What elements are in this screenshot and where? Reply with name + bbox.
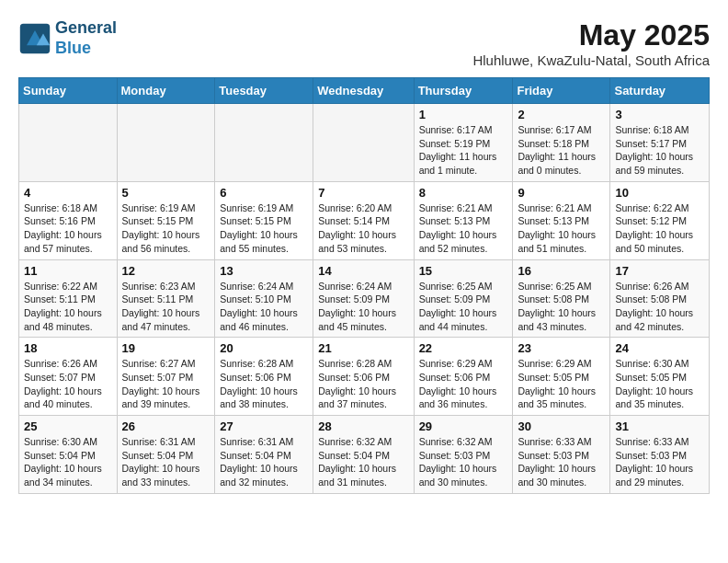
calendar-cell: 16Sunrise: 6:25 AM Sunset: 5:08 PM Dayli… [513, 259, 610, 338]
day-info: Sunrise: 6:27 AM Sunset: 5:07 PM Dayligh… [122, 357, 210, 411]
calendar-cell: 4Sunrise: 6:18 AM Sunset: 5:16 PM Daylig… [19, 181, 118, 259]
day-info: Sunrise: 6:24 AM Sunset: 5:10 PM Dayligh… [220, 280, 308, 334]
calendar-cell: 3Sunrise: 6:18 AM Sunset: 5:17 PM Daylig… [610, 104, 710, 182]
calendar-cell: 5Sunrise: 6:19 AM Sunset: 5:15 PM Daylig… [117, 181, 215, 259]
calendar-cell: 24Sunrise: 6:30 AM Sunset: 5:05 PM Dayli… [610, 338, 710, 416]
calendar-cell: 22Sunrise: 6:29 AM Sunset: 5:06 PM Dayli… [414, 338, 513, 416]
day-number: 9 [518, 186, 605, 200]
calendar-cell: 29Sunrise: 6:32 AM Sunset: 5:03 PM Dayli… [414, 416, 513, 494]
day-number: 12 [122, 264, 210, 278]
day-number: 14 [318, 264, 408, 278]
calendar-cell: 14Sunrise: 6:24 AM Sunset: 5:09 PM Dayli… [313, 259, 414, 338]
day-number: 30 [518, 419, 605, 433]
calendar-cell: 1Sunrise: 6:17 AM Sunset: 5:19 PM Daylig… [414, 104, 513, 182]
day-header-friday: Friday [513, 78, 610, 104]
calendar-week-5: 25Sunrise: 6:30 AM Sunset: 5:04 PM Dayli… [19, 416, 710, 494]
day-number: 29 [419, 419, 508, 433]
calendar-cell: 7Sunrise: 6:20 AM Sunset: 5:14 PM Daylig… [313, 181, 414, 259]
day-info: Sunrise: 6:19 AM Sunset: 5:15 PM Dayligh… [220, 201, 308, 256]
day-number: 8 [419, 186, 508, 200]
day-number: 4 [24, 186, 112, 200]
day-number: 27 [220, 419, 308, 433]
calendar-cell: 26Sunrise: 6:31 AM Sunset: 5:04 PM Dayli… [117, 416, 215, 494]
calendar-cell: 27Sunrise: 6:31 AM Sunset: 5:04 PM Dayli… [215, 416, 313, 494]
day-info: Sunrise: 6:26 AM Sunset: 5:08 PM Dayligh… [615, 280, 704, 334]
calendar-cell: 28Sunrise: 6:32 AM Sunset: 5:04 PM Dayli… [313, 416, 414, 494]
logo: General Blue [18, 18, 117, 58]
day-number: 18 [24, 341, 112, 355]
calendar-cell: 11Sunrise: 6:22 AM Sunset: 5:11 PM Dayli… [19, 259, 118, 338]
day-info: Sunrise: 6:33 AM Sunset: 5:03 PM Dayligh… [615, 435, 704, 489]
calendar-week-1: 1Sunrise: 6:17 AM Sunset: 5:19 PM Daylig… [19, 104, 710, 182]
calendar-cell: 21Sunrise: 6:28 AM Sunset: 5:06 PM Dayli… [313, 338, 414, 416]
calendar-week-3: 11Sunrise: 6:22 AM Sunset: 5:11 PM Dayli… [19, 259, 710, 338]
day-number: 25 [24, 419, 112, 433]
day-info: Sunrise: 6:29 AM Sunset: 5:06 PM Dayligh… [419, 357, 508, 411]
day-header-saturday: Saturday [610, 78, 710, 104]
day-number: 5 [122, 186, 210, 200]
day-number: 20 [220, 341, 308, 355]
day-info: Sunrise: 6:25 AM Sunset: 5:08 PM Dayligh… [518, 280, 605, 334]
day-number: 28 [318, 419, 408, 433]
calendar-cell: 10Sunrise: 6:22 AM Sunset: 5:12 PM Dayli… [610, 181, 710, 259]
day-number: 22 [419, 341, 508, 355]
day-number: 21 [318, 341, 408, 355]
day-number: 1 [419, 108, 508, 121]
day-number: 19 [122, 341, 210, 355]
calendar-header-row: SundayMondayTuesdayWednesdayThursdayFrid… [19, 78, 710, 104]
day-header-tuesday: Tuesday [215, 78, 313, 104]
calendar-cell: 15Sunrise: 6:25 AM Sunset: 5:09 PM Dayli… [414, 259, 513, 338]
calendar-cell: 2Sunrise: 6:17 AM Sunset: 5:18 PM Daylig… [513, 104, 610, 182]
day-header-monday: Monday [117, 78, 215, 104]
day-number: 16 [518, 264, 605, 278]
day-header-thursday: Thursday [414, 78, 513, 104]
day-number: 11 [24, 264, 112, 278]
calendar-cell: 9Sunrise: 6:21 AM Sunset: 5:13 PM Daylig… [513, 181, 610, 259]
day-number: 15 [419, 264, 508, 278]
day-info: Sunrise: 6:29 AM Sunset: 5:05 PM Dayligh… [518, 357, 605, 411]
calendar-cell [19, 104, 118, 182]
title-block: May 2025 Hluhluwe, KwaZulu-Natal, South … [472, 18, 710, 68]
day-number: 6 [220, 186, 308, 200]
day-info: Sunrise: 6:31 AM Sunset: 5:04 PM Dayligh… [220, 435, 308, 489]
location: Hluhluwe, KwaZulu-Natal, South Africa [472, 52, 710, 68]
day-info: Sunrise: 6:21 AM Sunset: 5:13 PM Dayligh… [419, 201, 508, 256]
calendar-cell: 8Sunrise: 6:21 AM Sunset: 5:13 PM Daylig… [414, 181, 513, 259]
day-info: Sunrise: 6:17 AM Sunset: 5:18 PM Dayligh… [518, 123, 605, 178]
calendar-cell: 30Sunrise: 6:33 AM Sunset: 5:03 PM Dayli… [513, 416, 610, 494]
calendar-cell: 12Sunrise: 6:23 AM Sunset: 5:11 PM Dayli… [117, 259, 215, 338]
calendar-cell: 31Sunrise: 6:33 AM Sunset: 5:03 PM Dayli… [610, 416, 710, 494]
day-info: Sunrise: 6:22 AM Sunset: 5:12 PM Dayligh… [615, 201, 704, 256]
calendar-cell: 6Sunrise: 6:19 AM Sunset: 5:15 PM Daylig… [215, 181, 313, 259]
logo-icon [18, 22, 51, 55]
calendar-table: SundayMondayTuesdayWednesdayThursdayFrid… [18, 77, 710, 494]
calendar-cell [313, 104, 414, 182]
calendar-cell: 17Sunrise: 6:26 AM Sunset: 5:08 PM Dayli… [610, 259, 710, 338]
page-header: General Blue May 2025 Hluhluwe, KwaZulu-… [18, 18, 710, 68]
day-number: 2 [518, 108, 605, 121]
day-info: Sunrise: 6:32 AM Sunset: 5:04 PM Dayligh… [318, 435, 408, 489]
calendar-week-4: 18Sunrise: 6:26 AM Sunset: 5:07 PM Dayli… [19, 338, 710, 416]
calendar-body: 1Sunrise: 6:17 AM Sunset: 5:19 PM Daylig… [19, 104, 710, 494]
calendar-cell: 20Sunrise: 6:28 AM Sunset: 5:06 PM Dayli… [215, 338, 313, 416]
day-info: Sunrise: 6:31 AM Sunset: 5:04 PM Dayligh… [122, 435, 210, 489]
day-info: Sunrise: 6:24 AM Sunset: 5:09 PM Dayligh… [318, 280, 408, 334]
day-number: 31 [615, 419, 704, 433]
day-info: Sunrise: 6:30 AM Sunset: 5:05 PM Dayligh… [615, 357, 704, 411]
calendar-cell: 18Sunrise: 6:26 AM Sunset: 5:07 PM Dayli… [19, 338, 118, 416]
day-info: Sunrise: 6:18 AM Sunset: 5:16 PM Dayligh… [24, 201, 112, 256]
day-info: Sunrise: 6:20 AM Sunset: 5:14 PM Dayligh… [318, 201, 408, 256]
day-info: Sunrise: 6:22 AM Sunset: 5:11 PM Dayligh… [24, 280, 112, 334]
day-info: Sunrise: 6:23 AM Sunset: 5:11 PM Dayligh… [122, 280, 210, 334]
day-info: Sunrise: 6:21 AM Sunset: 5:13 PM Dayligh… [518, 201, 605, 256]
logo-line2: Blue [55, 39, 117, 59]
day-number: 7 [318, 186, 408, 200]
calendar-week-2: 4Sunrise: 6:18 AM Sunset: 5:16 PM Daylig… [19, 181, 710, 259]
calendar-cell [215, 104, 313, 182]
day-info: Sunrise: 6:32 AM Sunset: 5:03 PM Dayligh… [419, 435, 508, 489]
month-title: May 2025 [472, 18, 710, 52]
day-info: Sunrise: 6:30 AM Sunset: 5:04 PM Dayligh… [24, 435, 112, 489]
calendar-cell [117, 104, 215, 182]
day-number: 17 [615, 264, 704, 278]
day-number: 24 [615, 341, 704, 355]
